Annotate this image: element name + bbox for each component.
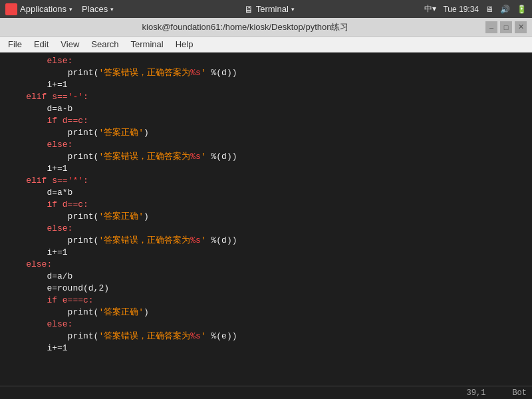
code-line-4: elif s=='-': [5,91,527,103]
code-line-8: else: [5,139,527,151]
code-line-10: i+=1 [5,163,527,175]
system-bar: Applications ▾ Places ▾ 🖥 Terminal ▾ 中▾ … [0,0,532,18]
code-area[interactable]: else: print('答案错误，正确答案为%s' %(d)) i+=1 el… [0,53,532,386]
code-line-20: e=round(d,2) [5,283,527,295]
menu-terminal[interactable]: Terminal [126,38,169,51]
battery-icon: 🔋 [517,5,527,14]
code-line-12: d=a*b [5,187,527,199]
code-line-2: print('答案错误，正确答案为%s' %(d)) [5,67,527,79]
terminal-arrow: ▾ [291,6,295,13]
code-line-21: if e===c: [5,295,527,307]
code-line-15: else: [5,223,527,235]
code-line-18: else: [5,259,527,271]
apps-arrow: ▾ [69,6,72,13]
scroll-position: Bot [512,388,527,398]
code-line-3: i+=1 [5,79,527,91]
applications-menu[interactable]: Applications [20,4,66,14]
code-line-6: if d==c: [5,115,527,127]
menu-bar: File Edit View Search Terminal Help [0,37,532,53]
code-line-17: i+=1 [5,247,527,259]
terminal-icon: 🖥 [244,4,253,15]
code-line-5: d=a-b [5,103,527,115]
terminal-window: kiosk@foundation61:/home/kiosk/Desktop/p… [0,18,532,399]
maximize-button[interactable]: □ [500,21,512,33]
cursor-position: 39,1 [467,388,486,398]
display-icon: 🖥 [485,5,493,14]
code-line-14: print('答案正确') [5,211,527,223]
title-bar: kiosk@foundation61:/home/kiosk/Desktop/p… [0,18,532,37]
code-line-1: else: [5,55,527,67]
window-buttons[interactable]: – □ ✕ [485,21,527,33]
volume-icon: 🔊 [500,5,510,14]
sys-bar-right: 中▾ Tue 19:34 🖥 🔊 🔋 [424,3,527,15]
code-line-22: print('答案正确') [5,307,527,319]
menu-help[interactable]: Help [170,38,199,51]
code-line-9: print('答案错误，正确答案为%s' %(d)) [5,151,527,163]
apps-icon [5,3,17,15]
minimize-button[interactable]: – [485,21,497,33]
menu-edit[interactable]: Edit [29,38,54,51]
menu-file[interactable]: File [3,38,27,51]
code-line-23: else: [5,319,527,331]
sys-bar-center: 🖥 Terminal ▾ [244,4,295,15]
terminal-menu[interactable]: Terminal [256,4,289,14]
code-line-7: print('答案正确') [5,127,527,139]
status-bar: 39,1 Bot [0,386,532,399]
places-menu[interactable]: Places [82,4,108,14]
code-line-16: print('答案错误，正确答案为%s' %(d)) [5,235,527,247]
code-line-11: elif s=='*': [5,175,527,187]
code-line-13: if d==c: [5,199,527,211]
close-button[interactable]: ✕ [515,21,527,33]
window-title: kiosk@foundation61:/home/kiosk/Desktop/p… [5,21,485,33]
sys-bar-left: Applications ▾ Places ▾ [5,3,114,15]
menu-view[interactable]: View [55,38,84,51]
ime-indicator: 中▾ [424,3,436,15]
code-line-24: print('答案错误，正确答案为%s' %(e)) [5,331,527,342]
clock: Tue 19:34 [443,5,479,14]
code-line-25: i+=1 [5,342,527,354]
menu-search[interactable]: Search [86,38,124,51]
code-line-19: d=a/b [5,271,527,283]
places-arrow: ▾ [110,6,114,13]
